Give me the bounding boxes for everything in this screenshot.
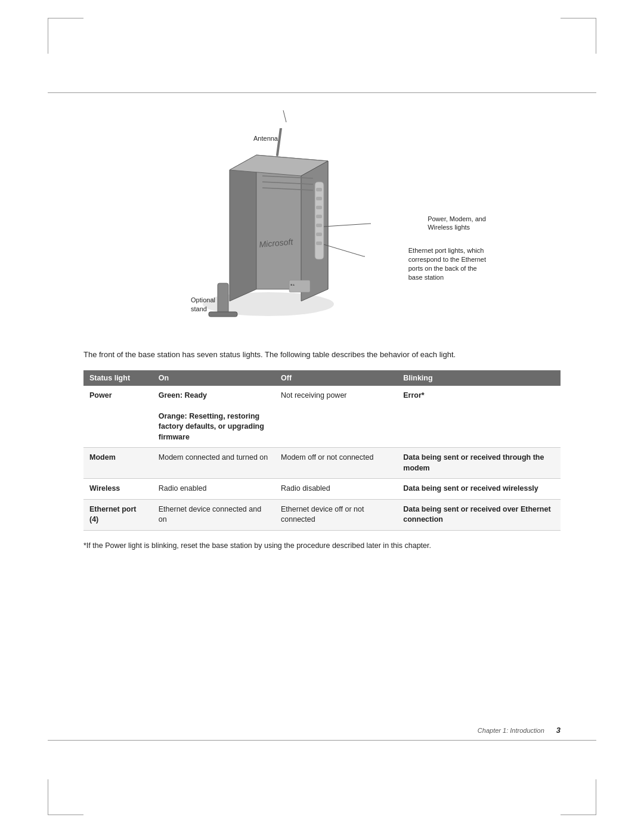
svg-rect-8 (315, 182, 324, 259)
svg-rect-14 (316, 233, 322, 236)
cell-wireless-on: Radio enabled (153, 479, 275, 500)
cell-ethernet-on: Ethernet device connected and on (153, 499, 275, 530)
svg-line-19 (277, 128, 283, 155)
svg-rect-11 (316, 206, 322, 209)
corner-mark-br (561, 779, 596, 815)
col-header-on: On (153, 370, 275, 386)
cell-ethernet-blink: Data being sent or received over Etherne… (397, 499, 561, 530)
router-illustration: Microsoft (173, 128, 352, 319)
svg-marker-3 (230, 155, 256, 301)
cell-power-off: Not receiving power (275, 386, 397, 448)
svg-rect-15 (316, 241, 322, 245)
cell-power-blink: Error* (397, 386, 561, 448)
cell-modem-on: Modem connected and turned on (153, 448, 275, 479)
table-row-modem: Modem Modem connected and turned on Mode… (83, 448, 561, 479)
col-header-blink: Blinking (397, 370, 561, 386)
svg-rect-21 (289, 280, 310, 292)
status-lights-table: Status light On Off Blinking Power Green… (83, 370, 561, 531)
description-paragraph: The front of the base station has seven … (83, 349, 561, 361)
table-row-power: Power Green: Ready Orange: Resetting, re… (83, 386, 561, 448)
cell-modem-blink: Data being sent or received through the … (397, 448, 561, 479)
label-stand: Optionalstand (191, 296, 215, 313)
cell-modem-off: Modem off or not connected (275, 448, 397, 479)
cell-power-on: Green: Ready Orange: Resetting, restorin… (153, 386, 275, 448)
svg-rect-1 (218, 283, 228, 316)
label-ethernet-ports: Ethernet port lights, whichcorrespond to… (408, 246, 486, 281)
table-header-row: Status light On Off Blinking (83, 370, 561, 386)
col-header-off: Off (275, 370, 397, 386)
table-row-ethernet: Ethernet port (4) Ethernet device connec… (83, 499, 561, 530)
footer-rule (48, 740, 596, 741)
corner-mark-bl (48, 779, 83, 815)
cell-modem-status: Modem (83, 448, 153, 479)
svg-rect-12 (316, 215, 322, 218)
svg-rect-9 (316, 188, 322, 191)
cell-power-status: Power (83, 386, 153, 448)
footnote: *If the Power light is blinking, reset t… (83, 540, 561, 552)
cell-ethernet-status: Ethernet port (4) (83, 499, 153, 530)
footer-page-number: 3 (556, 726, 561, 735)
svg-rect-10 (316, 197, 322, 200)
cell-ethernet-off: Ethernet device off or not connected (275, 499, 397, 530)
table-row-wireless: Wireless Radio enabled Radio disabled Da… (83, 479, 561, 500)
svg-line-23 (283, 110, 286, 122)
label-antenna: Antenna (253, 134, 278, 143)
col-header-status: Status light (83, 370, 153, 386)
cell-wireless-off: Radio disabled (275, 479, 397, 500)
svg-text:■▲: ■▲ (290, 283, 295, 286)
page-footer: Chapter 1: Introduction 3 (0, 726, 644, 735)
router-diagram: Microsoft (83, 104, 561, 331)
svg-rect-13 (316, 224, 322, 227)
label-power-modem-wireless: Power, Modem, andWireless lights (428, 215, 486, 232)
footer-chapter-label: Chapter 1: Introduction (478, 727, 544, 734)
cell-wireless-status: Wireless (83, 479, 153, 500)
cell-wireless-blink: Data being sent or received wirelessly (397, 479, 561, 500)
